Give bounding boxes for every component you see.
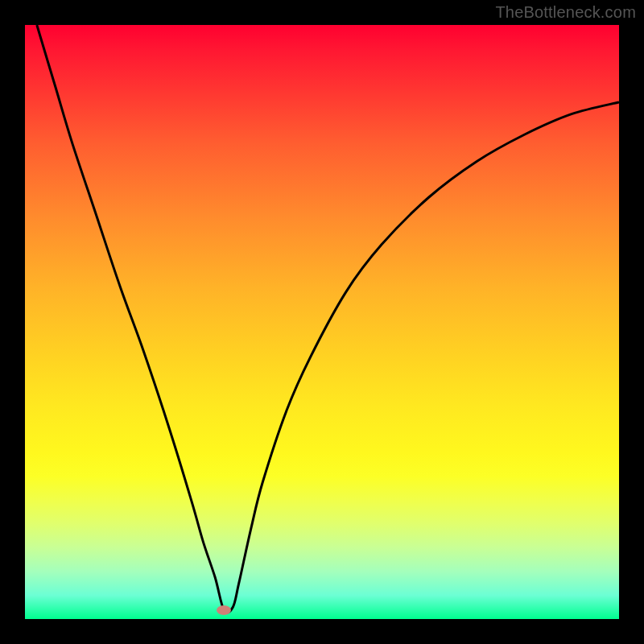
gradient-plot-area [25, 25, 619, 619]
watermark-text: TheBottleneck.com [495, 3, 636, 22]
curve-path [37, 25, 619, 613]
bottleneck-curve [25, 25, 619, 619]
optimal-point-marker [217, 605, 231, 615]
